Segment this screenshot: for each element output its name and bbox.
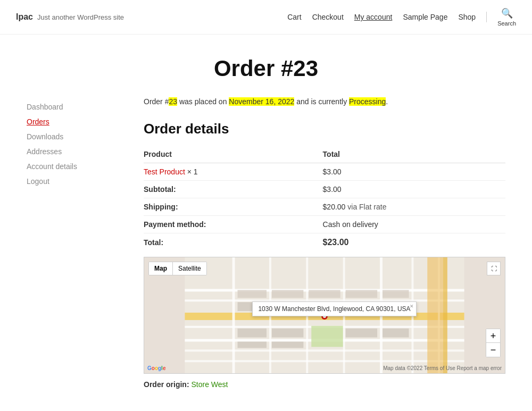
- order-date: November 16, 2022: [229, 97, 294, 106]
- total-label: Total:: [144, 233, 323, 252]
- sidebar-item-account-details[interactable]: Account details: [27, 159, 112, 174]
- col-product-header: Product: [144, 146, 323, 163]
- payment-label: Payment method:: [144, 216, 323, 233]
- svg-rect-27: [238, 342, 267, 348]
- page-title-section: Order #23: [0, 35, 532, 97]
- svg-rect-23: [309, 290, 340, 298]
- shipping-note: via Flat rate: [345, 203, 386, 211]
- search-label: Search: [497, 20, 516, 27]
- svg-rect-16: [427, 257, 443, 373]
- zoom-in-button[interactable]: +: [486, 329, 500, 343]
- col-total-header: Total: [323, 146, 505, 163]
- svg-rect-7: [185, 349, 464, 351]
- site-header: lpac Just another WordPress site Cart Ch…: [0, 0, 532, 35]
- nav-divider: [486, 12, 487, 22]
- search-button[interactable]: 🔍 Search: [497, 7, 516, 27]
- order-origin: Order origin: Store West: [144, 380, 505, 389]
- page-body: Dashboard Orders Downloads Addresses Acc…: [11, 97, 521, 410]
- subtotal-label: Subtotal:: [144, 181, 323, 198]
- search-icon: 🔍: [501, 7, 513, 19]
- svg-rect-26: [272, 329, 303, 338]
- site-logo: lpac: [16, 12, 33, 22]
- nav-sample-page[interactable]: Sample Page: [403, 13, 447, 21]
- order-origin-label: Order origin:: [144, 380, 191, 389]
- payment-value: Cash on delivery: [323, 216, 505, 233]
- svg-rect-21: [272, 290, 303, 298]
- order-table: Product Total Test Product × 1 $3.00 Sub…: [144, 146, 505, 251]
- svg-rect-33: [346, 329, 377, 338]
- order-origin-link[interactable]: Store West: [191, 380, 228, 389]
- page-title: Order #23: [16, 56, 516, 81]
- svg-rect-29: [346, 290, 377, 298]
- site-nav: Cart Checkout My account Sample Page Sho…: [287, 7, 516, 27]
- status-mid: was placed on: [177, 97, 229, 106]
- subtotal-value: $3.00: [323, 181, 505, 198]
- main-content: Order #23 was placed on November 16, 202…: [144, 97, 505, 389]
- nav-my-account[interactable]: My account: [354, 13, 393, 21]
- map-attribution: Map data ©2022 Terms of Use Report a map…: [383, 365, 502, 371]
- svg-rect-9: [232, 257, 235, 373]
- product-total-cell: $3.00: [323, 163, 505, 181]
- sidebar: Dashboard Orders Downloads Addresses Acc…: [27, 97, 112, 389]
- svg-rect-17: [443, 257, 447, 373]
- site-branding: lpac Just another WordPress site: [16, 12, 124, 22]
- svg-rect-28: [272, 342, 303, 348]
- svg-rect-30: [383, 290, 409, 298]
- nav-shop[interactable]: Shop: [458, 13, 476, 21]
- table-row-payment: Payment method: Cash on delivery: [144, 216, 505, 233]
- table-row-subtotal: Subtotal: $3.00: [144, 181, 505, 198]
- zoom-out-button[interactable]: −: [486, 343, 500, 357]
- svg-rect-25: [238, 329, 267, 338]
- status-and: and is currently: [294, 97, 349, 106]
- order-details-title: Order details: [144, 121, 505, 137]
- sidebar-item-dashboard[interactable]: Dashboard: [27, 99, 112, 114]
- table-row-product: Test Product × 1 $3.00: [144, 163, 505, 181]
- map-controls: Map Satellite: [148, 262, 207, 275]
- product-qty: × 1: [185, 167, 198, 176]
- sidebar-item-addresses[interactable]: Addresses: [27, 144, 112, 159]
- order-status-line: Order #23 was placed on November 16, 202…: [144, 97, 505, 106]
- sidebar-item-downloads[interactable]: Downloads: [27, 129, 112, 144]
- table-row-shipping: Shipping: $20.00 via Flat rate: [144, 198, 505, 216]
- sidebar-item-logout[interactable]: Logout: [27, 174, 112, 189]
- nav-checkout[interactable]: Checkout: [312, 13, 344, 21]
- site-tagline: Just another WordPress site: [37, 13, 124, 21]
- map-expand-button[interactable]: ⛶: [487, 262, 501, 275]
- product-cell: Test Product × 1: [144, 163, 323, 181]
- sidebar-item-orders[interactable]: Orders: [27, 114, 112, 129]
- svg-rect-34: [383, 329, 409, 338]
- order-number: 23: [169, 97, 177, 106]
- google-logo: Google: [147, 365, 165, 371]
- order-status-badge: Processing: [349, 97, 386, 106]
- order-prefix: Order #: [144, 97, 169, 106]
- table-row-total: Total: $23.00: [144, 233, 505, 252]
- status-period: .: [386, 97, 388, 106]
- shipping-value: $20.00: [323, 203, 346, 211]
- svg-rect-19: [238, 290, 267, 298]
- map-zoom-controls: + −: [486, 329, 501, 357]
- expand-icon: ⛶: [491, 265, 497, 272]
- shipping-cell: $20.00 via Flat rate: [323, 198, 505, 216]
- map-address-text: 1030 W Manchester Blvd, Inglewood, CA 90…: [258, 305, 410, 313]
- map-container: Map Satellite ⛶ 1030 W Manchester Blvd, …: [144, 257, 505, 374]
- product-link[interactable]: Test Product: [144, 167, 185, 176]
- svg-rect-8: [185, 360, 464, 362]
- total-value: $23.00: [323, 233, 505, 252]
- shipping-label: Shipping:: [144, 198, 323, 216]
- nav-cart[interactable]: Cart: [287, 13, 301, 21]
- svg-rect-18: [311, 326, 343, 347]
- satellite-btn[interactable]: Satellite: [173, 262, 206, 275]
- map-address-popup: 1030 W Manchester Blvd, Inglewood, CA 90…: [252, 301, 416, 316]
- map-btn[interactable]: Map: [149, 262, 173, 275]
